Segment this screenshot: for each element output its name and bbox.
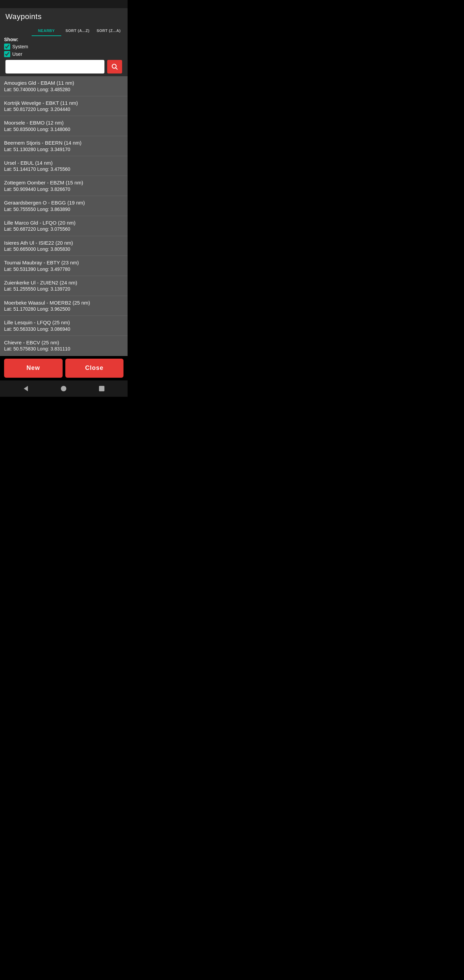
waypoint-item[interactable]: Moerbeke Waasul - MOERB2 (25 nm)Lat: 51.… <box>0 296 127 316</box>
waypoint-coords: Lat: 50.740000 Long: 3.485280 <box>4 86 124 92</box>
user-checkbox[interactable] <box>4 51 10 57</box>
new-button[interactable]: New <box>4 359 63 378</box>
system-checkbox-label: System <box>12 44 28 49</box>
waypoint-item[interactable]: Zottegem Oomber - EBZM (15 nm)Lat: 50.90… <box>0 176 127 196</box>
waypoint-coords: Lat: 51.255550 Long: 3.139720 <box>4 286 124 292</box>
bottom-buttons: New Close <box>0 356 127 380</box>
waypoint-coords: Lat: 50.909440 Long: 3.826670 <box>4 186 124 192</box>
show-label: Show: <box>4 36 18 42</box>
search-input[interactable] <box>5 60 105 73</box>
waypoint-coords: Lat: 50.531390 Long: 3.497780 <box>4 266 124 272</box>
waypoint-name: Zuienkerke Ul - ZUIEN2 (24 nm) <box>4 279 124 286</box>
svg-line-1 <box>116 68 118 69</box>
waypoint-coords: Lat: 50.563330 Long: 3.086940 <box>4 326 124 332</box>
waypoint-item[interactable]: Kortrijk Wevelge - EBKT (11 nm)Lat: 50.8… <box>0 96 127 116</box>
waypoint-name: Kortrijk Wevelge - EBKT (11 nm) <box>4 100 124 107</box>
waypoint-item[interactable]: Isieres Ath Ul - ISIE22 (20 nm)Lat: 50.6… <box>0 236 127 256</box>
user-checkbox-row[interactable]: User <box>4 51 28 57</box>
svg-rect-4 <box>99 386 105 391</box>
waypoint-item[interactable]: Lille Marco Gld - LFQO (20 nm)Lat: 50.68… <box>0 216 127 236</box>
svg-point-3 <box>61 386 66 391</box>
waypoint-name: Moorsele - EBMO (12 nm) <box>4 119 124 126</box>
sort-tabs: NEARBY SORT (A...Z) SORT (Z...A) <box>32 26 124 36</box>
waypoint-item[interactable]: Ursel - EBUL (14 nm)Lat: 51.144170 Long:… <box>0 156 127 176</box>
home-icon[interactable] <box>60 385 68 393</box>
svg-marker-2 <box>24 386 28 391</box>
waypoint-coords: Lat: 50.835000 Long: 3.148060 <box>4 126 124 132</box>
nav-bar <box>0 380 127 397</box>
tab-sort-az[interactable]: SORT (A...Z) <box>63 26 92 36</box>
system-checkbox-row[interactable]: System <box>4 43 28 50</box>
waypoint-name: Lille Marco Gld - LFQO (20 nm) <box>4 220 124 226</box>
system-checkbox[interactable] <box>4 43 10 50</box>
search-row <box>0 57 127 76</box>
app-header: Waypoints <box>0 8 127 24</box>
waypoint-item[interactable]: Beernem Stjoris - BEERN (14 nm)Lat: 51.1… <box>0 136 127 156</box>
waypoint-item[interactable]: Geraardsbergen O - EBGG (19 nm)Lat: 50.7… <box>0 196 127 216</box>
user-checkbox-label: User <box>12 51 22 57</box>
status-bar <box>0 0 127 8</box>
waypoint-name: Ursel - EBUL (14 nm) <box>4 159 124 166</box>
app-title: Waypoints <box>5 12 122 21</box>
waypoint-item[interactable]: Lille Lesquin - LFQQ (25 nm)Lat: 50.5633… <box>0 316 127 336</box>
search-button[interactable] <box>107 60 122 73</box>
waypoint-item[interactable]: Chievre - EBCV (25 nm)Lat: 50.575830 Lon… <box>0 336 127 356</box>
waypoint-coords: Lat: 50.575830 Long: 3.831110 <box>4 346 124 352</box>
waypoint-coords: Lat: 50.755550 Long: 3.863890 <box>4 206 124 212</box>
waypoint-item[interactable]: Tournai Maubray - EBTY (23 nm)Lat: 50.53… <box>0 256 127 276</box>
waypoint-item[interactable]: Amougies Gld - EBAM (11 nm)Lat: 50.74000… <box>0 76 127 96</box>
waypoint-coords: Lat: 50.817220 Long: 3.204440 <box>4 106 124 112</box>
back-icon[interactable] <box>22 385 30 393</box>
waypoints-list: Amougies Gld - EBAM (11 nm)Lat: 50.74000… <box>0 76 127 356</box>
svg-point-0 <box>112 64 116 68</box>
recents-icon[interactable] <box>98 385 106 393</box>
waypoint-name: Tournai Maubray - EBTY (23 nm) <box>4 259 124 266</box>
waypoint-name: Amougies Gld - EBAM (11 nm) <box>4 80 124 86</box>
show-label-container: Show: <box>4 36 28 42</box>
search-icon <box>111 63 118 70</box>
waypoint-name: Chievre - EBCV (25 nm) <box>4 339 124 346</box>
tab-nearby[interactable]: NEARBY <box>32 26 61 36</box>
waypoint-coords: Lat: 50.687220 Long: 3.075560 <box>4 226 124 232</box>
close-button[interactable]: Close <box>65 359 124 378</box>
waypoint-name: Geraardsbergen O - EBGG (19 nm) <box>4 199 124 206</box>
waypoint-name: Lille Lesquin - LFQQ (25 nm) <box>4 319 124 326</box>
waypoint-name: Moerbeke Waasul - MOERB2 (25 nm) <box>4 299 124 306</box>
waypoint-coords: Lat: 51.144170 Long: 3.475560 <box>4 166 124 172</box>
waypoint-name: Isieres Ath Ul - ISIE22 (20 nm) <box>4 240 124 247</box>
tab-sort-za[interactable]: SORT (Z...A) <box>94 26 124 36</box>
waypoint-item[interactable]: Moorsele - EBMO (12 nm)Lat: 50.835000 Lo… <box>0 116 127 136</box>
waypoint-item[interactable]: Zuienkerke Ul - ZUIEN2 (24 nm)Lat: 51.25… <box>0 276 127 296</box>
waypoint-name: Beernem Stjoris - BEERN (14 nm) <box>4 140 124 146</box>
waypoint-coords: Lat: 51.130280 Long: 3.349170 <box>4 146 124 153</box>
waypoint-name: Zottegem Oomber - EBZM (15 nm) <box>4 179 124 186</box>
waypoint-coords: Lat: 51.170280 Long: 3.962500 <box>4 306 124 312</box>
waypoint-coords: Lat: 50.665000 Long: 3.805830 <box>4 246 124 252</box>
